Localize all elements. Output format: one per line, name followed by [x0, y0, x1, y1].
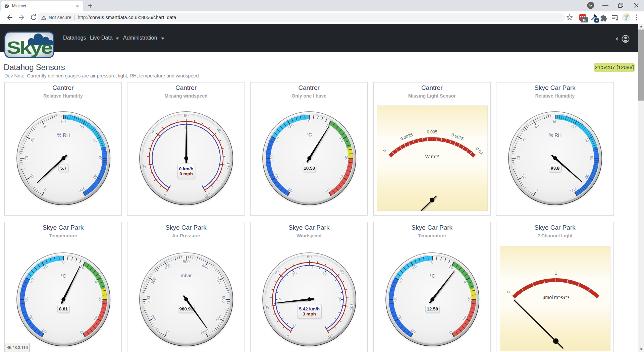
svg-text:60: 60 [184, 113, 189, 118]
svg-text:5.7: 5.7 [60, 166, 67, 171]
svg-text:°C: °C [61, 273, 66, 279]
svg-text:80: 80 [589, 156, 594, 161]
svg-text:µmol m⁻²S⁻¹: µmol m⁻²S⁻¹ [543, 295, 570, 300]
svg-text:5: 5 [277, 298, 282, 300]
svg-text:3 mph: 3 mph [303, 311, 316, 316]
svg-text:% RH: % RH [57, 132, 70, 138]
svg-text:mbar: mbar [181, 273, 192, 278]
svg-text:W m⁻²: W m⁻² [425, 154, 439, 159]
svg-text:0: 0 [62, 260, 65, 265]
svg-text:500: 500 [183, 259, 190, 264]
svg-text:30: 30 [467, 297, 472, 302]
svg-text:8.81: 8.81 [59, 306, 68, 311]
svg-text:80: 80 [98, 156, 102, 161]
svg-text:20: 20 [265, 304, 270, 309]
svg-text:0: 0 [308, 119, 311, 123]
svg-text:°C: °C [307, 132, 312, 137]
svg-text:1: 1 [555, 271, 557, 275]
svg-text:800: 800 [222, 296, 226, 303]
svg-text:50: 50 [553, 119, 558, 124]
svg-text:60: 60 [307, 254, 312, 259]
svg-text:20: 20 [142, 163, 147, 168]
svg-text:50: 50 [61, 119, 66, 124]
svg-text:93.8: 93.8 [551, 166, 560, 171]
svg-text:0 mph: 0 mph [180, 172, 193, 177]
svg-text:20: 20 [24, 156, 29, 161]
svg-text:0 km/h: 0 km/h [179, 166, 194, 171]
svg-text:5.42 km/h: 5.42 km/h [299, 306, 319, 311]
svg-text:12.58: 12.58 [427, 306, 438, 311]
svg-text:20: 20 [516, 156, 521, 161]
svg-text:30: 30 [98, 297, 103, 302]
svg-text:20: 20 [337, 297, 341, 302]
svg-text:-30: -30 [24, 296, 29, 302]
svg-text:10.53: 10.53 [304, 166, 315, 171]
svg-text:-30: -30 [393, 296, 397, 302]
svg-text:Skye: Skye [7, 38, 53, 57]
svg-text:30: 30 [344, 156, 349, 161]
svg-text:0.005: 0.005 [427, 130, 437, 134]
svg-text:-30: -30 [270, 155, 274, 161]
svg-text:% RH: % RH [549, 132, 562, 138]
svg-text:°C: °C [430, 273, 435, 279]
svg-text:0: 0 [431, 260, 433, 265]
svg-text:16: 16 [582, 18, 586, 22]
svg-text:200: 200 [147, 296, 151, 302]
